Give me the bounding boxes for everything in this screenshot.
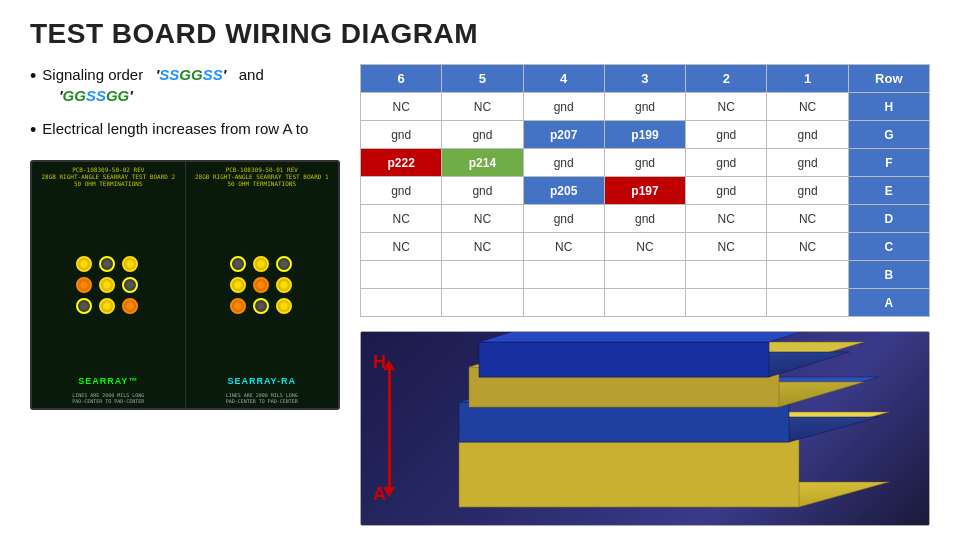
table-cell	[604, 289, 685, 317]
table-cell: NC	[442, 93, 523, 121]
table-cell: p199	[604, 121, 685, 149]
table-cell: NC	[442, 205, 523, 233]
table-row: B	[361, 261, 930, 289]
table-cell	[604, 261, 685, 289]
connector-svg	[360, 332, 929, 517]
table-cell	[442, 261, 523, 289]
table-header-row: 6 5 4 3 2 1 Row	[361, 65, 930, 93]
table-cell: gnd	[686, 177, 767, 205]
table-cell: p205	[523, 177, 604, 205]
page-title: TEST BOARD WIRING DIAGRAM	[30, 18, 930, 50]
table-cell: gnd	[361, 177, 442, 205]
left-panel: • Signaling order 'SSGGSS' and 'GGSSGG' …	[30, 64, 340, 526]
svg-marker-1	[459, 437, 799, 507]
table-cell: gnd	[442, 177, 523, 205]
table-cell: gnd	[686, 149, 767, 177]
svg-marker-9	[459, 402, 789, 442]
table-cell: NC	[361, 93, 442, 121]
table-cell: p214	[442, 149, 523, 177]
table-cell: gnd	[767, 177, 848, 205]
table-cell: NC	[686, 233, 767, 261]
table-row-label: F	[848, 149, 929, 177]
table-row-label: E	[848, 177, 929, 205]
connector-3d-image: H A	[360, 331, 930, 526]
pcb-label-top-1: PCB-108309-50-02 REV28GB RIGHT-ANGLE SEA…	[41, 166, 175, 187]
pcb-board-2: PCB-108309-50-01 REV28GB RIGHT-ANGLE SEA…	[186, 162, 339, 408]
pcb-circle	[122, 256, 138, 272]
bullet-1: • Signaling order 'SSGGSS' and 'GGSSGG'	[30, 64, 340, 106]
table-cell	[361, 261, 442, 289]
svg-marker-20	[479, 342, 769, 377]
pcb-circle	[76, 298, 92, 314]
pcb-board-1: PCB-108309-50-02 REV28GB RIGHT-ANGLE SEA…	[32, 162, 186, 408]
pcb-circle	[230, 298, 246, 314]
bullet-text-1: Signaling order 'SSGGSS' and 'GGSSGG'	[42, 64, 263, 106]
table-cell	[523, 289, 604, 317]
table-cell	[523, 261, 604, 289]
table-row-label: C	[848, 233, 929, 261]
pcb-circle	[99, 277, 115, 293]
table-row: NC NC gnd gnd NC NC H	[361, 93, 930, 121]
pcb-circles-2	[230, 256, 294, 314]
page: TEST BOARD WIRING DIAGRAM • Signaling or…	[0, 0, 960, 540]
pcb-circle	[253, 277, 269, 293]
pcb-circle	[76, 256, 92, 272]
table-cell	[361, 289, 442, 317]
table-cell	[686, 261, 767, 289]
bullet-dot-1: •	[30, 65, 36, 88]
table-row-label: D	[848, 205, 929, 233]
pcb-circle	[230, 277, 246, 293]
table-cell: gnd	[523, 205, 604, 233]
table-cell	[442, 289, 523, 317]
col-header-4: 4	[523, 65, 604, 93]
table-cell: NC	[442, 233, 523, 261]
table-cell: gnd	[604, 205, 685, 233]
table-cell: NC	[523, 233, 604, 261]
pcb-circle	[76, 277, 92, 293]
pcb-subtitle-1: LINES ARE 2000 MILS LONGPAD-CENTER TO PA…	[72, 392, 144, 404]
bullet-dot-2: •	[30, 119, 36, 142]
pcb-circle	[276, 298, 292, 314]
pcb-subtitle-2: LINES ARE 2000 MILS LONGPAD-CENTER TO PA…	[226, 392, 298, 404]
pcb-label-top-2: PCB-108309-50-01 REV28GB RIGHT-ANGLE SEA…	[195, 166, 329, 187]
table-cell	[686, 289, 767, 317]
pcb-circle	[122, 298, 138, 314]
table-cell: gnd	[767, 149, 848, 177]
table-cell: gnd	[442, 121, 523, 149]
table-row: A	[361, 289, 930, 317]
table-row-label: B	[848, 261, 929, 289]
table-cell: gnd	[604, 149, 685, 177]
table-cell: gnd	[523, 93, 604, 121]
col-header-1: 1	[767, 65, 848, 93]
table-cell	[767, 289, 848, 317]
right-panel: 6 5 4 3 2 1 Row NC NC gnd gnd	[360, 64, 930, 526]
pcb-circle	[122, 277, 138, 293]
table-cell: NC	[686, 93, 767, 121]
col-header-5: 5	[442, 65, 523, 93]
table-row: gnd gnd p205 p197 gnd gnd E	[361, 177, 930, 205]
pcb-circle	[99, 256, 115, 272]
table-cell: gnd	[523, 149, 604, 177]
svg-marker-21	[479, 332, 849, 342]
content-area: • Signaling order 'SSGGSS' and 'GGSSGG' …	[30, 64, 930, 526]
table-cell: NC	[767, 233, 848, 261]
table-row-label: H	[848, 93, 929, 121]
col-header-row: Row	[848, 65, 929, 93]
table-cell: gnd	[604, 93, 685, 121]
table-row: p222 p214 gnd gnd gnd gnd F	[361, 149, 930, 177]
bullet-2: • Electrical length increases from row A…	[30, 118, 340, 142]
pcb-brand-2: SEARRAY-RA	[227, 376, 296, 386]
pcb-brand-1: SEARRAY™	[78, 376, 138, 386]
table-cell: NC	[604, 233, 685, 261]
quote-ssggss: 'SSGGSS'	[156, 66, 231, 83]
pcb-image: PCB-108309-50-02 REV28GB RIGHT-ANGLE SEA…	[30, 160, 340, 410]
quote-ggssgg: 'GGSSGG'	[59, 87, 133, 104]
table-cell: p222	[361, 149, 442, 177]
table-cell: p207	[523, 121, 604, 149]
table-cell: NC	[361, 205, 442, 233]
bullet-text-2: Electrical length increases from row A t…	[42, 118, 308, 139]
pcb-circle	[276, 256, 292, 272]
pcb-circle	[276, 277, 292, 293]
table-row-label: A	[848, 289, 929, 317]
table-cell: NC	[361, 233, 442, 261]
